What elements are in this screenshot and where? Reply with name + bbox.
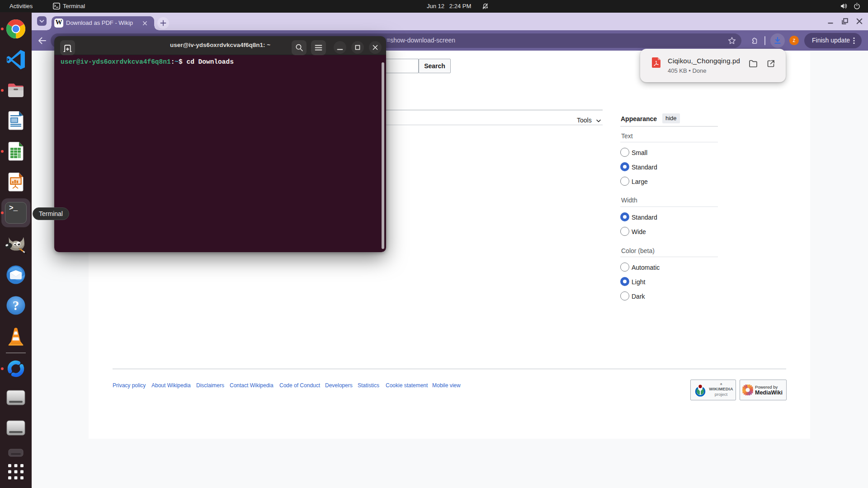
svg-text:?: ? bbox=[13, 298, 19, 313]
